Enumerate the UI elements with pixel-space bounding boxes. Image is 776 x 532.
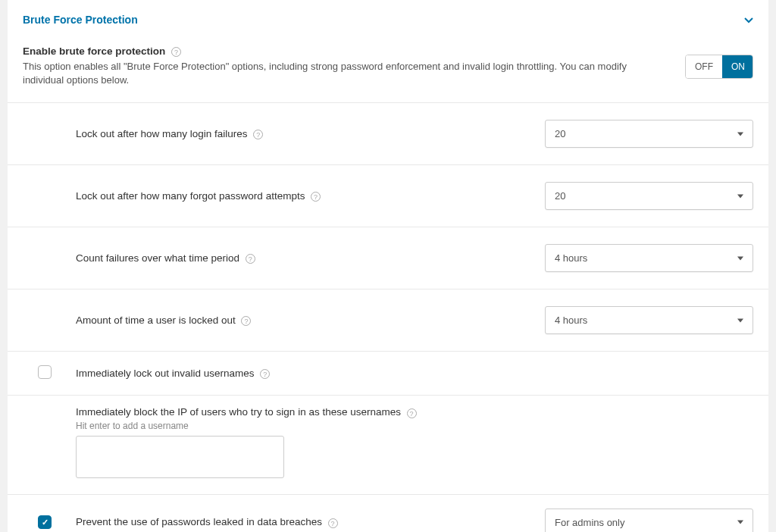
- locked-time-select[interactable]: 4 hours: [545, 306, 753, 334]
- help-icon[interactable]: ?: [260, 369, 270, 379]
- breached-select[interactable]: For admins only: [545, 509, 753, 533]
- locked-time-value: 4 hours: [555, 315, 587, 326]
- help-icon[interactable]: ?: [246, 254, 255, 264]
- chevron-down-icon: [737, 521, 743, 524]
- enable-label: Enable brute force protection: [23, 45, 165, 57]
- help-icon[interactable]: ?: [407, 408, 417, 418]
- panel-title: Brute Force Protection: [23, 14, 138, 26]
- lockout-forgot-value: 20: [555, 190, 565, 202]
- enable-toggle[interactable]: OFF ON: [685, 55, 753, 79]
- lockout-forgot-select[interactable]: 20: [545, 182, 753, 210]
- chevron-down-icon: [737, 194, 743, 198]
- block-ip-input[interactable]: [76, 436, 284, 478]
- invalid-usernames-label: Immediately lock out invalid usernames: [76, 368, 255, 379]
- breached-checkbox[interactable]: [38, 515, 52, 529]
- block-ip-hint: Hit enter to add a username: [76, 421, 753, 431]
- collapse-icon[interactable]: [744, 14, 753, 26]
- count-period-select[interactable]: 4 hours: [545, 244, 753, 272]
- count-period-value: 4 hours: [555, 252, 587, 264]
- breached-label: Prevent the use of passwords leaked in d…: [76, 516, 322, 527]
- locked-time-label: Amount of time a user is locked out: [76, 315, 236, 326]
- toggle-on[interactable]: ON: [722, 55, 753, 78]
- count-period-label: Count failures over what time period: [76, 252, 239, 264]
- help-icon[interactable]: ?: [171, 47, 181, 57]
- lockout-login-select[interactable]: 20: [545, 120, 753, 148]
- block-ip-label: Immediately block the IP of users who tr…: [76, 406, 401, 418]
- help-icon[interactable]: ?: [241, 316, 251, 326]
- help-icon[interactable]: ?: [253, 130, 263, 139]
- toggle-off[interactable]: OFF: [686, 55, 722, 78]
- help-icon[interactable]: ?: [328, 518, 338, 528]
- breached-value: For admins only: [555, 517, 624, 528]
- lockout-forgot-label: Lock out after how many forgot password …: [76, 190, 305, 202]
- invalid-usernames-checkbox[interactable]: [38, 365, 52, 379]
- chevron-down-icon: [737, 318, 743, 322]
- lockout-login-value: 20: [555, 128, 565, 139]
- help-icon[interactable]: ?: [311, 192, 321, 202]
- chevron-down-icon: [737, 132, 743, 136]
- lockout-login-label: Lock out after how many login failures: [76, 128, 248, 139]
- chevron-down-icon: [737, 256, 743, 260]
- enable-description: This option enables all "Brute Force Pro…: [23, 60, 670, 87]
